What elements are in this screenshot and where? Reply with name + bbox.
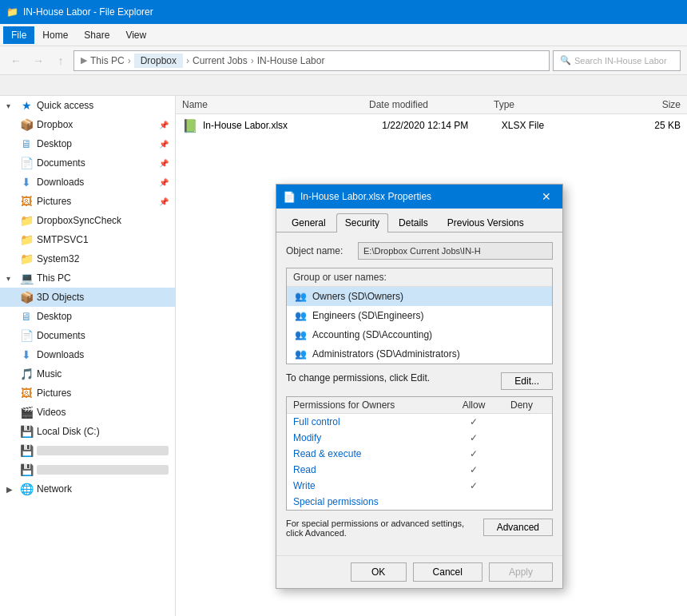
disk-icon: 💾 xyxy=(19,424,34,439)
perm-readexecute-allow: ✓ xyxy=(450,448,498,459)
group-list: 👥 Owners (SD\Owners) 👥 Engineers (SD\Eng… xyxy=(287,286,552,364)
title-bar-icon: 📁 xyxy=(6,6,18,18)
expand-icon-smtp: ▾ xyxy=(6,236,19,244)
sidebar-item-downloads-qa[interactable]: ⬇ Downloads 📌 xyxy=(0,173,175,192)
disk-icon-2: 💾 xyxy=(19,443,34,458)
users-icon-3: 👥 xyxy=(293,328,308,342)
menu-view[interactable]: View xyxy=(117,26,154,44)
group-item-engineers[interactable]: 👥 Engineers (SD\Engineers) xyxy=(287,306,552,325)
tab-details[interactable]: Details xyxy=(390,213,437,232)
perm-row-read: Read ✓ xyxy=(287,462,552,478)
users-icon-2: 👥 xyxy=(293,308,308,323)
expand-icon: ▾ xyxy=(6,101,19,110)
address-bar[interactable]: ▶ This PC › Dropbox › Current Jobs › IN-… xyxy=(73,50,550,71)
column-headers: Name Date modified Type Size xyxy=(176,96,687,114)
edit-button[interactable]: Edit... xyxy=(501,372,553,390)
pin-icon-2: 📌 xyxy=(159,140,169,149)
ribbon-area xyxy=(0,75,687,96)
sidebar-item-drive3[interactable]: 💾 xyxy=(0,460,175,479)
perm-row-readexecute: Read & execute ✓ xyxy=(287,446,552,462)
sidebar-item-local-disk[interactable]: 💾 Local Disk (C:) xyxy=(0,422,175,441)
sidebar-item-downloads-pc[interactable]: ⬇ Downloads xyxy=(0,345,175,364)
dropbox-icon: 📦 xyxy=(19,117,34,132)
perm-write-allow: ✓ xyxy=(450,480,498,491)
dropboxsync-icon: 📁 xyxy=(19,213,34,228)
forward-button[interactable]: → xyxy=(29,51,48,70)
advanced-hint-text: For special permissions or advanced sett… xyxy=(286,519,477,538)
up-button[interactable]: ↑ xyxy=(51,51,70,70)
sidebar-label-quick-access: Quick access xyxy=(37,100,169,111)
sidebar-item-system32[interactable]: ▾ 📁 System32 xyxy=(0,249,175,268)
dialog-close-button[interactable]: ✕ xyxy=(537,187,556,206)
advanced-row: For special permissions or advanced sett… xyxy=(286,519,553,546)
col-header-name[interactable]: Name xyxy=(182,99,369,110)
perm-modify-allow: ✓ xyxy=(450,432,498,443)
sidebar-item-pictures-pc[interactable]: 🖼 Pictures xyxy=(0,384,175,403)
permissions-box: Permissions for Owners Allow Deny Full c… xyxy=(286,396,553,511)
group-item-administrators[interactable]: 👥 Administrators (SD\Administrators) xyxy=(287,344,552,364)
desktop-icon-pc: 🖥 xyxy=(19,309,34,324)
sidebar-item-smtpsvc[interactable]: ▾ 📁 SMTPSVC1 xyxy=(0,230,175,249)
star-icon: ★ xyxy=(19,98,34,113)
sidebar-label-drive3 xyxy=(37,465,169,475)
disk-icon-3: 💾 xyxy=(19,463,34,477)
table-row[interactable]: 📗 In-House Labor.xlsx 1/22/2020 12:14 PM… xyxy=(176,114,687,137)
menu-file[interactable]: File xyxy=(3,26,34,44)
tab-previous-versions[interactable]: Previous Versions xyxy=(439,213,533,232)
music-icon: 🎵 xyxy=(19,367,34,381)
sidebar-item-this-pc[interactable]: ▾ 💻 This PC xyxy=(0,268,175,288)
col-header-size[interactable]: Size xyxy=(618,99,681,110)
desktop-icon-qa: 🖥 xyxy=(19,137,34,151)
pictures-icon-pc: 🖼 xyxy=(19,386,34,400)
sidebar-label-pictures-pc: Pictures xyxy=(37,387,169,399)
sidebar-item-drive2[interactable]: 💾 xyxy=(0,441,175,460)
file-date: 1/22/2020 12:14 PM xyxy=(382,120,502,131)
search-placeholder: Search IN-House Labor xyxy=(574,56,667,66)
pin-icon-5: 📌 xyxy=(159,197,169,206)
perm-read-allow: ✓ xyxy=(450,464,498,475)
perm-row-write: Write ✓ xyxy=(287,478,552,494)
sidebar-label-downloads-qa: Downloads xyxy=(37,177,156,188)
object-name-row: Object name: E:\Dropbox Current Jobs\IN-… xyxy=(286,242,553,260)
sidebar-item-dropbox[interactable]: 📦 Dropbox 📌 xyxy=(0,115,175,134)
sidebar-item-documents-pc[interactable]: 📄 Documents xyxy=(0,326,175,345)
sidebar-item-desktop-pc[interactable]: 🖥 Desktop xyxy=(0,307,175,326)
dialog-body: Object name: E:\Dropbox Current Jobs\IN-… xyxy=(276,232,562,555)
tab-security[interactable]: Security xyxy=(336,213,388,232)
tab-general[interactable]: General xyxy=(283,213,335,232)
sidebar-item-dropboxsync[interactable]: 📁 DropboxSyncCheck xyxy=(0,211,175,230)
perm-header-name: Permissions for Owners xyxy=(293,399,450,411)
sidebar-item-network[interactable]: ▶ 🌐 Network xyxy=(0,479,175,499)
videos-icon: 🎬 xyxy=(19,405,34,419)
apply-button[interactable]: Apply xyxy=(489,562,553,582)
menu-home[interactable]: Home xyxy=(34,26,76,44)
sidebar-label-dropbox: Dropbox xyxy=(37,119,156,130)
sidebar-item-documents-qa[interactable]: 📄 Documents 📌 xyxy=(0,153,175,173)
sidebar-item-music[interactable]: 🎵 Music xyxy=(0,364,175,384)
col-header-date[interactable]: Date modified xyxy=(369,99,494,110)
cancel-button[interactable]: Cancel xyxy=(413,562,482,582)
sidebar-label-this-pc: This PC xyxy=(37,272,169,284)
search-bar[interactable]: 🔍 Search IN-House Labor xyxy=(553,50,681,71)
sidebar-item-pictures-qa[interactable]: 🖼 Pictures 📌 xyxy=(0,192,175,211)
sidebar-item-3d-objects[interactable]: 📦 3D Objects xyxy=(0,288,175,307)
group-item-accounting[interactable]: 👥 Accounting (SD\Accounting) xyxy=(287,325,552,344)
sidebar-item-desktop-qa[interactable]: 🖥 Desktop 📌 xyxy=(0,134,175,153)
ok-button[interactable]: OK xyxy=(351,562,407,582)
title-bar-text: IN-House Labor - File Explorer xyxy=(23,6,153,18)
sidebar-label-pictures-qa: Pictures xyxy=(37,196,156,207)
back-button[interactable]: ← xyxy=(6,51,26,70)
system32-icon: 📁 xyxy=(19,252,34,266)
sidebar-item-videos[interactable]: 🎬 Videos xyxy=(0,403,175,422)
pin-icon: 📌 xyxy=(159,121,169,129)
title-bar: 📁 IN-House Labor - File Explorer xyxy=(0,0,687,24)
downloads-icon-pc: ⬇ xyxy=(19,348,34,362)
group-item-owners[interactable]: 👥 Owners (SD\Owners) xyxy=(287,287,552,306)
excel-icon: 📗 xyxy=(182,117,198,133)
sidebar-label-desktop-pc: Desktop xyxy=(37,311,169,322)
col-header-type[interactable]: Type xyxy=(494,99,618,110)
perm-header-allow: Allow xyxy=(450,399,498,411)
sidebar-item-quick-access[interactable]: ▾ ★ Quick access xyxy=(0,96,175,115)
menu-share[interactable]: Share xyxy=(76,26,117,44)
advanced-button[interactable]: Advanced xyxy=(483,519,553,536)
